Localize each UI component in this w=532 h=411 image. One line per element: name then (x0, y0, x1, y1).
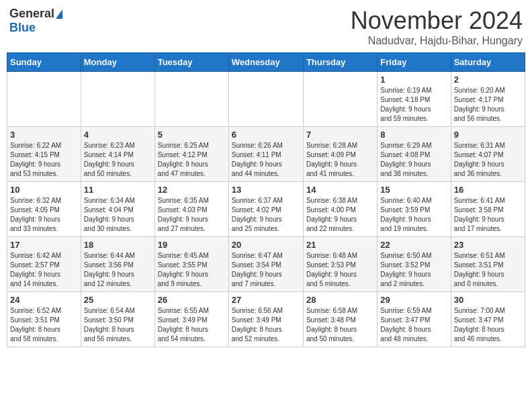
day-number: 7 (306, 130, 374, 140)
day-cell: 25Sunrise: 6:54 AM Sunset: 3:50 PM Dayli… (81, 292, 154, 347)
day-cell: 22Sunrise: 6:50 AM Sunset: 3:52 PM Dayli… (378, 237, 451, 292)
day-cell: 1Sunrise: 6:19 AM Sunset: 4:18 PM Daylig… (378, 72, 451, 127)
day-info: Sunrise: 6:32 AM Sunset: 4:05 PM Dayligh… (10, 196, 78, 234)
header-day-monday: Monday (81, 53, 154, 72)
logo-blue-text: Blue (9, 21, 36, 35)
day-cell: 18Sunrise: 6:44 AM Sunset: 3:56 PM Dayli… (81, 237, 154, 292)
day-cell: 4Sunrise: 6:23 AM Sunset: 4:14 PM Daylig… (81, 127, 154, 182)
day-cell: 29Sunrise: 6:59 AM Sunset: 3:47 PM Dayli… (378, 292, 451, 347)
day-number: 27 (232, 295, 300, 305)
header-day-sunday: Sunday (7, 53, 81, 72)
calendar-table: SundayMondayTuesdayWednesdayThursdayFrid… (7, 52, 525, 347)
day-number: 25 (84, 295, 152, 305)
logo-general-text: General (9, 7, 54, 21)
day-number: 24 (10, 295, 78, 305)
day-info: Sunrise: 6:47 AM Sunset: 3:54 PM Dayligh… (232, 251, 300, 289)
month-title: November 2024 (351, 7, 523, 35)
day-number: 16 (454, 185, 522, 195)
day-number: 6 (232, 130, 300, 140)
day-cell: 19Sunrise: 6:45 AM Sunset: 3:55 PM Dayli… (154, 237, 228, 292)
logo-icon (56, 9, 62, 19)
day-info: Sunrise: 6:59 AM Sunset: 3:47 PM Dayligh… (380, 306, 447, 344)
day-number: 28 (306, 295, 374, 305)
header-day-tuesday: Tuesday (154, 53, 228, 72)
day-cell: 24Sunrise: 6:52 AM Sunset: 3:51 PM Dayli… (7, 292, 81, 347)
calendar-header: SundayMondayTuesdayWednesdayThursdayFrid… (7, 53, 525, 72)
day-cell: 26Sunrise: 6:55 AM Sunset: 3:49 PM Dayli… (154, 292, 228, 347)
day-cell (228, 72, 303, 127)
day-info: Sunrise: 6:35 AM Sunset: 4:03 PM Dayligh… (158, 196, 226, 234)
day-info: Sunrise: 6:45 AM Sunset: 3:55 PM Dayligh… (158, 251, 226, 289)
day-number: 12 (158, 185, 226, 195)
day-cell: 16Sunrise: 6:41 AM Sunset: 3:58 PM Dayli… (451, 182, 525, 237)
day-info: Sunrise: 6:40 AM Sunset: 3:59 PM Dayligh… (380, 196, 447, 234)
week-row-5: 24Sunrise: 6:52 AM Sunset: 3:51 PM Dayli… (7, 292, 525, 347)
day-cell: 11Sunrise: 6:34 AM Sunset: 4:04 PM Dayli… (81, 182, 154, 237)
day-info: Sunrise: 6:51 AM Sunset: 3:51 PM Dayligh… (454, 251, 522, 289)
day-info: Sunrise: 6:34 AM Sunset: 4:04 PM Dayligh… (84, 196, 152, 234)
day-info: Sunrise: 6:19 AM Sunset: 4:18 PM Dayligh… (380, 86, 447, 124)
day-cell: 9Sunrise: 6:31 AM Sunset: 4:07 PM Daylig… (451, 127, 525, 182)
day-cell: 15Sunrise: 6:40 AM Sunset: 3:59 PM Dayli… (378, 182, 451, 237)
day-number: 20 (232, 240, 300, 250)
day-info: Sunrise: 6:54 AM Sunset: 3:50 PM Dayligh… (84, 306, 152, 344)
location-title: Nadudvar, Hajdu-Bihar, Hungary (351, 35, 523, 47)
day-cell (81, 72, 154, 127)
day-info: Sunrise: 6:25 AM Sunset: 4:12 PM Dayligh… (158, 141, 226, 179)
day-info: Sunrise: 6:52 AM Sunset: 3:51 PM Dayligh… (10, 306, 78, 344)
day-cell: 27Sunrise: 6:56 AM Sunset: 3:49 PM Dayli… (228, 292, 303, 347)
day-cell: 13Sunrise: 6:37 AM Sunset: 4:02 PM Dayli… (228, 182, 303, 237)
day-cell: 30Sunrise: 7:00 AM Sunset: 3:47 PM Dayli… (451, 292, 525, 347)
day-cell: 5Sunrise: 6:25 AM Sunset: 4:12 PM Daylig… (154, 127, 228, 182)
week-row-4: 17Sunrise: 6:42 AM Sunset: 3:57 PM Dayli… (7, 237, 525, 292)
day-cell: 8Sunrise: 6:29 AM Sunset: 4:08 PM Daylig… (378, 127, 451, 182)
day-number: 8 (380, 130, 447, 140)
day-info: Sunrise: 6:29 AM Sunset: 4:08 PM Dayligh… (380, 141, 447, 179)
logo: General Blue (9, 7, 62, 35)
title-section: November 2024 Nadudvar, Hajdu-Bihar, Hun… (351, 7, 523, 47)
day-info: Sunrise: 6:50 AM Sunset: 3:52 PM Dayligh… (380, 251, 447, 289)
header-day-thursday: Thursday (303, 53, 377, 72)
day-info: Sunrise: 6:28 AM Sunset: 4:09 PM Dayligh… (306, 141, 374, 179)
day-info: Sunrise: 6:31 AM Sunset: 4:07 PM Dayligh… (454, 141, 522, 179)
header-day-wednesday: Wednesday (228, 53, 303, 72)
day-cell: 21Sunrise: 6:48 AM Sunset: 3:53 PM Dayli… (303, 237, 377, 292)
header-row: SundayMondayTuesdayWednesdayThursdayFrid… (7, 53, 525, 72)
day-number: 5 (158, 130, 226, 140)
day-number: 22 (380, 240, 447, 250)
day-cell: 7Sunrise: 6:28 AM Sunset: 4:09 PM Daylig… (303, 127, 377, 182)
day-number: 30 (454, 295, 522, 305)
week-row-1: 1Sunrise: 6:19 AM Sunset: 4:18 PM Daylig… (7, 72, 525, 127)
day-info: Sunrise: 6:58 AM Sunset: 3:48 PM Dayligh… (306, 306, 374, 344)
day-info: Sunrise: 6:22 AM Sunset: 4:15 PM Dayligh… (10, 141, 78, 179)
day-number: 19 (158, 240, 226, 250)
day-cell: 10Sunrise: 6:32 AM Sunset: 4:05 PM Dayli… (7, 182, 81, 237)
day-cell (7, 72, 81, 127)
day-cell: 14Sunrise: 6:38 AM Sunset: 4:00 PM Dayli… (303, 182, 377, 237)
day-number: 26 (158, 295, 226, 305)
day-number: 17 (10, 240, 78, 250)
day-number: 15 (380, 185, 447, 195)
day-cell: 23Sunrise: 6:51 AM Sunset: 3:51 PM Dayli… (451, 237, 525, 292)
day-number: 18 (84, 240, 152, 250)
week-row-3: 10Sunrise: 6:32 AM Sunset: 4:05 PM Dayli… (7, 182, 525, 237)
day-number: 1 (380, 75, 447, 85)
day-info: Sunrise: 6:55 AM Sunset: 3:49 PM Dayligh… (158, 306, 226, 344)
day-cell: 20Sunrise: 6:47 AM Sunset: 3:54 PM Dayli… (228, 237, 303, 292)
day-cell: 3Sunrise: 6:22 AM Sunset: 4:15 PM Daylig… (7, 127, 81, 182)
day-info: Sunrise: 6:38 AM Sunset: 4:00 PM Dayligh… (306, 196, 374, 234)
day-number: 2 (454, 75, 522, 85)
week-row-2: 3Sunrise: 6:22 AM Sunset: 4:15 PM Daylig… (7, 127, 525, 182)
day-cell: 17Sunrise: 6:42 AM Sunset: 3:57 PM Dayli… (7, 237, 81, 292)
day-cell (154, 72, 228, 127)
day-info: Sunrise: 6:37 AM Sunset: 4:02 PM Dayligh… (232, 196, 300, 234)
day-number: 14 (306, 185, 374, 195)
day-number: 23 (454, 240, 522, 250)
day-info: Sunrise: 6:41 AM Sunset: 3:58 PM Dayligh… (454, 196, 522, 234)
day-cell: 12Sunrise: 6:35 AM Sunset: 4:03 PM Dayli… (154, 182, 228, 237)
day-info: Sunrise: 6:48 AM Sunset: 3:53 PM Dayligh… (306, 251, 374, 289)
day-info: Sunrise: 6:20 AM Sunset: 4:17 PM Dayligh… (454, 86, 522, 124)
day-number: 13 (232, 185, 300, 195)
day-number: 9 (454, 130, 522, 140)
day-info: Sunrise: 6:44 AM Sunset: 3:56 PM Dayligh… (84, 251, 152, 289)
